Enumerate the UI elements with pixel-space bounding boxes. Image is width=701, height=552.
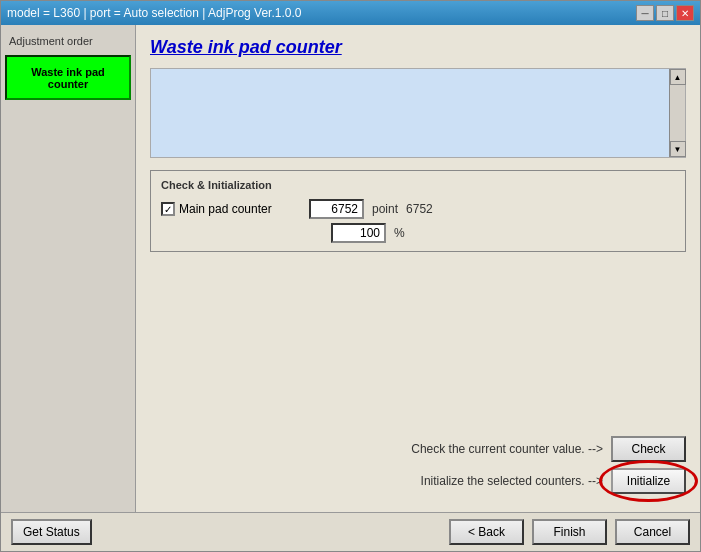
footer-right: < Back Finish Cancel (449, 519, 690, 545)
cancel-button[interactable]: Cancel (615, 519, 690, 545)
finish-button[interactable]: Finish (532, 519, 607, 545)
scroll-down-arrow[interactable]: ▼ (670, 141, 686, 157)
main-pad-second-row: % (331, 223, 675, 243)
main-pad-percent-input[interactable] (331, 223, 386, 243)
footer-bar: Get Status < Back Finish Cancel (1, 512, 700, 551)
main-pad-counter-label: ✓ Main pad counter (161, 202, 301, 216)
main-pad-value2: 6752 (406, 202, 433, 216)
sidebar-item-label: Waste ink pad counter (15, 66, 121, 90)
check-action-text: Check the current counter value. --> (411, 442, 603, 456)
get-status-button[interactable]: Get Status (11, 519, 92, 545)
initialize-action-row: Initialize the selected counters. --> In… (150, 468, 686, 494)
check-action-row: Check the current counter value. --> Che… (150, 436, 686, 462)
bottom-actions: Check the current counter value. --> Che… (150, 426, 686, 500)
sidebar-header: Adjustment order (5, 33, 131, 49)
main-pad-unit1: point (372, 202, 398, 216)
footer-left: Get Status (11, 519, 92, 545)
content-area: Waste ink pad counter ▲ ▼ Check & Initia… (136, 25, 700, 512)
title-bar-controls: ─ □ ✕ (636, 5, 694, 21)
spacer (150, 262, 686, 426)
sidebar-item-waste-ink[interactable]: Waste ink pad counter (5, 55, 131, 100)
close-button[interactable]: ✕ (676, 5, 694, 21)
scrollbar-vertical[interactable]: ▲ ▼ (669, 69, 685, 157)
check-init-legend: Check & Initialization (161, 179, 675, 191)
minimize-button[interactable]: ─ (636, 5, 654, 21)
main-window: model = L360 | port = Auto selection | A… (0, 0, 701, 552)
sidebar: Adjustment order Waste ink pad counter (1, 25, 136, 512)
text-display-box: ▲ ▼ (150, 68, 686, 158)
scroll-up-arrow[interactable]: ▲ (670, 69, 686, 85)
title-bar: model = L360 | port = Auto selection | A… (1, 1, 700, 25)
maximize-button[interactable]: □ (656, 5, 674, 21)
main-pad-counter-text: Main pad counter (179, 202, 272, 216)
back-button[interactable]: < Back (449, 519, 524, 545)
main-pad-counter-checkbox[interactable]: ✓ (161, 202, 175, 216)
initialize-wrapper: Initialize (611, 468, 686, 494)
initialize-button[interactable]: Initialize (611, 468, 686, 494)
window-title: model = L360 | port = Auto selection | A… (7, 6, 301, 20)
check-initialization-group: Check & Initialization ✓ Main pad counte… (150, 170, 686, 252)
main-pad-counter-row: ✓ Main pad counter point 6752 (161, 199, 675, 219)
main-pad-unit2: % (394, 226, 405, 240)
main-content: Adjustment order Waste ink pad counter W… (1, 25, 700, 512)
check-button[interactable]: Check (611, 436, 686, 462)
initialize-action-text: Initialize the selected counters. --> (421, 474, 603, 488)
main-pad-value1-input[interactable] (309, 199, 364, 219)
page-title: Waste ink pad counter (150, 37, 686, 58)
